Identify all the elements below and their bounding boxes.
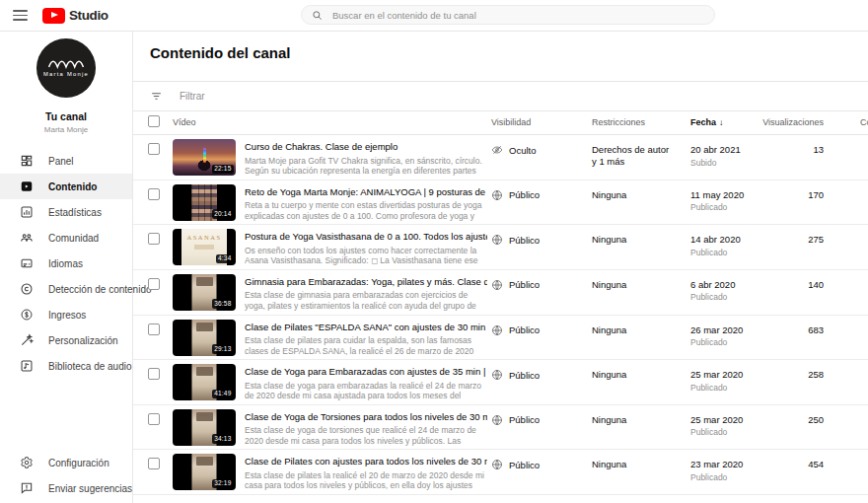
youtube-studio-logo[interactable]: Studio — [42, 8, 108, 24]
views-cell: 683 — [747, 324, 824, 335]
select-all-checkbox[interactable] — [148, 115, 160, 127]
date-status: Publicado — [690, 427, 743, 437]
row-checkbox[interactable] — [148, 413, 160, 425]
column-header-video[interactable]: Vídeo — [173, 117, 196, 127]
column-header-visibility[interactable]: Visibilidad — [491, 117, 531, 127]
video-meta: Clase de Pilates "ESPALDA SANA" con ajus… — [245, 322, 487, 357]
row-checkbox[interactable] — [148, 368, 160, 380]
column-header-restrictions[interactable]: Restricciones — [592, 117, 645, 127]
video-thumbnail[interactable]: 36:58 — [173, 274, 236, 311]
visibility-cell[interactable]: Público — [491, 459, 540, 470]
video-thumbnail[interactable]: ASANAS 4:34 — [173, 229, 236, 265]
video-thumbnail[interactable]: 34:13 — [173, 409, 236, 446]
column-header-date[interactable]: Fecha — [690, 117, 724, 127]
sidebar-item[interactable]: Personalización — [0, 327, 132, 353]
sidebar-footer-item[interactable]: Configuración — [0, 450, 132, 475]
avatar-text: Marta Monje — [43, 71, 89, 77]
visibility-cell[interactable]: Público — [491, 369, 540, 381]
date-cell: 25 mar 2020 Publicado — [690, 414, 743, 438]
sidebar-item[interactable]: Idiomas — [0, 251, 132, 276]
channel-avatar[interactable]: Marta Monje — [36, 37, 97, 99]
sidebar-footer-label: Configuración — [48, 458, 109, 468]
table-row[interactable]: 41:49 Clase de Yoga para Embarazadas con… — [133, 360, 868, 405]
table-row[interactable]: 20:14 Reto de Yoga Marta Monje: ANIMALYO… — [133, 180, 868, 226]
row-checkbox[interactable] — [148, 458, 160, 469]
visibility-label: Oculto — [509, 145, 536, 156]
video-duration-badge: 29:13 — [212, 344, 234, 354]
sidebar-item[interactable]: Comunidad — [0, 225, 132, 251]
video-title[interactable]: Curso de Chakras. Clase de ejemplo — [245, 141, 487, 152]
views-cell: 275 — [747, 234, 824, 245]
date-value: 25 mar 2020 — [690, 414, 743, 425]
column-header-comments-clipped[interactable]: Comentarios — [860, 117, 868, 127]
table-row[interactable]: 34:13 Clase de Yoga de Torsiones para to… — [133, 405, 868, 451]
date-status: Publicado — [690, 337, 743, 347]
restrictions-cell: Derechos de autor y 1 más — [592, 144, 673, 168]
video-description: Esta clase de gimnasia para embarazadas … — [245, 290, 487, 311]
video-description: Marta Moje para Gofit TV Chakra signific… — [245, 156, 487, 177]
views-cell: 454 — [747, 459, 824, 469]
video-title[interactable]: Reto de Yoga Marta Monje: ANIMALYOGA | 9… — [245, 186, 487, 197]
video-title[interactable]: Clase de Yoga de Torsiones para todos lo… — [245, 411, 487, 422]
logo-text: Studio — [69, 8, 108, 23]
video-title[interactable]: Clase de Yoga para Embarazadas con ajust… — [245, 366, 487, 377]
visibility-label: Público — [509, 279, 540, 290]
table-row[interactable]: 22:15 Curso de Chakras. Clase de ejemplo… — [133, 135, 868, 180]
gear-icon — [20, 456, 34, 469]
visibility-cell[interactable]: Oculto — [491, 144, 536, 156]
table-row[interactable]: ASANAS 4:34 Postura de Yoga Vasisthasana… — [133, 225, 868, 270]
visibility-cell[interactable]: Público — [491, 234, 540, 246]
globe-icon — [491, 324, 503, 336]
sidebar-footer-item[interactable]: Enviar sugerencias — [0, 475, 132, 501]
date-status: Publicado — [690, 292, 735, 302]
sidebar-item[interactable]: Detección de contenido — [0, 276, 132, 302]
globe-icon — [491, 459, 503, 470]
sidebar-item[interactable]: Biblioteca de audio — [0, 353, 132, 379]
sidebar-item[interactable]: Ingresos — [0, 302, 132, 327]
customization-icon — [20, 333, 34, 347]
video-thumbnail[interactable]: 20:14 — [173, 184, 236, 221]
row-checkbox[interactable] — [148, 188, 160, 200]
sidebar-item[interactable]: Contenido — [0, 174, 132, 199]
table-row[interactable]: 32:19 Clase de Pilates con ajustes para … — [133, 450, 868, 495]
visibility-label: Público — [509, 414, 540, 425]
video-duration-badge: 20:14 — [212, 209, 234, 219]
page-title: Contenido del canal — [133, 31, 868, 56]
video-thumbnail[interactable]: 41:49 — [173, 364, 236, 400]
video-meta: Reto de Yoga Marta Monje: ANIMALYOGA | 9… — [245, 186, 487, 222]
filter-bar[interactable]: Filtrar — [133, 82, 868, 111]
row-checkbox[interactable] — [148, 143, 160, 155]
visibility-cell[interactable]: Público — [491, 414, 540, 426]
restrictions-cell: Ninguna — [592, 459, 673, 470]
video-description: Esta clase de yoga para embarazadas la r… — [245, 381, 487, 401]
sidebar-item[interactable]: Panel — [0, 148, 132, 174]
video-thumbnail[interactable]: 29:13 — [173, 320, 236, 356]
sidebar-nav: Panel Contenido Estadísticas Comunidad I… — [0, 148, 132, 379]
column-header-views[interactable]: Visualizaciones — [747, 117, 824, 127]
audio-library-icon — [20, 359, 34, 373]
video-thumbnail[interactable]: 32:19 — [173, 454, 236, 490]
visibility-cell[interactable]: Público — [491, 324, 540, 336]
row-checkbox[interactable] — [148, 233, 160, 245]
video-thumbnail[interactable]: 22:15 — [173, 139, 236, 176]
sidebar-item[interactable]: Estadísticas — [0, 199, 132, 225]
table-row[interactable]: 29:13 Clase de Pilates "ESPALDA SANA" co… — [133, 316, 868, 361]
topbar: Studio — [0, 0, 868, 32]
menu-icon[interactable] — [13, 10, 28, 21]
visibility-label: Público — [509, 189, 540, 200]
row-checkbox[interactable] — [148, 323, 160, 335]
sidebar-footer-label: Enviar sugerencias — [48, 483, 132, 494]
sidebar-item-label: Panel — [48, 156, 74, 167]
sidebar: Marta Monje Tu canal Marta Monje Panel C… — [0, 31, 133, 503]
date-status: Publicado — [690, 202, 744, 212]
video-title[interactable]: Gimnasia para Embarazadas: Yoga, pilates… — [245, 276, 487, 287]
row-checkbox[interactable] — [148, 278, 160, 290]
search-input[interactable] — [330, 9, 704, 22]
video-title[interactable]: Clase de Pilates "ESPALDA SANA" con ajus… — [245, 322, 487, 332]
table-row[interactable]: 36:58 Gimnasia para Embarazadas: Yoga, p… — [133, 270, 868, 316]
visibility-cell[interactable]: Público — [491, 279, 540, 291]
restrictions-cell: Ninguna — [592, 324, 673, 336]
video-title[interactable]: Postura de Yoga Vasisthasana de 0 a 100.… — [245, 231, 487, 242]
video-title[interactable]: Clase de Pilates con ajustes para todos … — [245, 456, 487, 467]
visibility-cell[interactable]: Público — [491, 189, 540, 201]
